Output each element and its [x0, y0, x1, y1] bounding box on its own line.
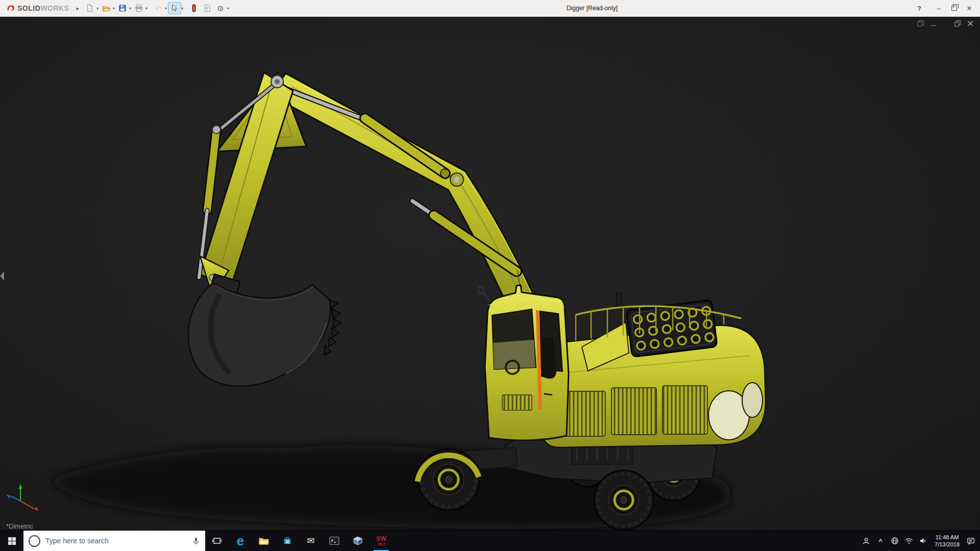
new-document-button[interactable]	[83, 2, 96, 14]
volume-icon	[919, 537, 927, 545]
options-button[interactable]: ⚙	[214, 2, 227, 14]
solidworks-part-button[interactable]	[346, 531, 370, 551]
wifi-icon	[905, 537, 913, 545]
exhaust-pipe	[617, 293, 621, 307]
solidworks-brand: SOLIDWORKS	[3, 4, 72, 13]
quick-access-toolbar: ▾ ▾ ▾ ▾ ↶ ▾	[83, 2, 230, 14]
new-document-caret[interactable]: ▾	[96, 6, 99, 11]
save-button[interactable]	[116, 2, 129, 14]
solidworks-2017-icon: SW 2017	[376, 536, 386, 546]
window-controls: ? – ✕	[912, 1, 977, 15]
people-icon	[862, 537, 870, 545]
ds-logo-icon	[6, 4, 15, 12]
graphics-viewport[interactable]: *Dimetric	[0, 16, 980, 531]
search-input[interactable]	[44, 536, 188, 545]
feature-manager-collapsed-tab[interactable]	[0, 271, 4, 281]
open-folder-icon	[102, 4, 110, 12]
view-orientation-label: *Dimetric	[6, 522, 33, 530]
clock-date: 7/13/2018	[935, 541, 960, 548]
help-button[interactable]: ?	[912, 1, 927, 15]
close-button[interactable]: ✕	[962, 1, 977, 15]
titlebar: SOLIDWORKS ▸ ▾ ▾ ▾	[0, 0, 980, 17]
restore-down-icon[interactable]	[917, 20, 924, 27]
brand-text-works: WORKS	[40, 4, 69, 12]
minimize-button[interactable]: –	[931, 1, 946, 15]
file-properties-button[interactable]	[201, 2, 214, 14]
window-title: Digger [Read-only]	[567, 5, 618, 12]
task-view-button[interactable]	[205, 531, 229, 551]
solidworks-part-cube-icon	[352, 535, 363, 546]
rear-left-wheel	[594, 470, 653, 530]
undo-icon: ↶	[155, 5, 162, 12]
restore-icon	[951, 6, 957, 11]
save-caret[interactable]: ▾	[129, 6, 131, 11]
toolbar-expand-arrow[interactable]: ▸	[72, 5, 83, 12]
store-icon	[282, 536, 292, 546]
close-doc-icon[interactable]	[967, 20, 974, 27]
action-center-button[interactable]	[964, 531, 978, 551]
print-icon	[135, 4, 143, 12]
document-window-controls	[917, 20, 974, 27]
network-globe-icon	[891, 537, 899, 545]
windows-logo-icon	[8, 537, 16, 545]
door-handle	[544, 394, 552, 395]
new-document-icon	[86, 4, 94, 12]
mirror	[479, 287, 483, 293]
digger-excavator-3d-model[interactable]	[0, 16, 980, 531]
command-prompt-button[interactable]	[323, 531, 346, 551]
command-prompt-icon	[329, 536, 339, 545]
system-tray: ^ 11:48 AM 7/13/2018	[859, 531, 980, 551]
solidworks-2017-button[interactable]: SW 2017	[370, 531, 393, 551]
clock-time: 11:48 AM	[936, 534, 959, 541]
edge-button[interactable]: e	[229, 531, 252, 551]
taskbar: e ✉ SW 2017	[0, 530, 980, 551]
store-button[interactable]	[276, 531, 299, 551]
taskbar-clock[interactable]: 11:48 AM 7/13/2018	[930, 534, 964, 548]
start-button[interactable]	[0, 531, 23, 551]
microphone-icon[interactable]	[192, 537, 200, 545]
taskbar-search-box[interactable]	[23, 531, 205, 551]
save-icon	[118, 4, 127, 12]
select-button[interactable]	[168, 2, 181, 14]
select-caret[interactable]: ▾	[181, 6, 183, 11]
tray-overflow-button[interactable]: ^	[873, 531, 888, 551]
file-explorer-button[interactable]	[252, 531, 276, 551]
select-cursor-icon	[170, 4, 179, 12]
brand-text-solid: SOLID	[17, 4, 40, 12]
chevron-up-icon: ^	[878, 538, 883, 544]
file-explorer-icon	[258, 535, 270, 546]
task-view-icon	[212, 536, 222, 546]
cortana-icon[interactable]	[29, 535, 40, 547]
mail-icon: ✉	[307, 536, 314, 545]
file-properties-icon	[203, 4, 211, 12]
rebuild-icon	[190, 4, 198, 12]
options-caret[interactable]: ▾	[227, 6, 229, 11]
people-button[interactable]	[859, 531, 873, 551]
wifi-button[interactable]	[902, 531, 916, 551]
edge-icon: e	[237, 534, 244, 547]
undo-caret[interactable]: ▾	[165, 6, 167, 11]
print-button[interactable]	[132, 2, 145, 14]
action-center-icon	[967, 537, 975, 545]
volume-button[interactable]	[916, 531, 930, 551]
network-button[interactable]	[888, 531, 902, 551]
undo-button[interactable]: ↶	[152, 2, 165, 14]
rebuild-button[interactable]	[187, 2, 201, 14]
restore-button[interactable]	[946, 1, 962, 15]
open-button[interactable]	[100, 2, 113, 14]
restore-doc-icon[interactable]	[954, 20, 961, 27]
mail-button[interactable]: ✉	[299, 531, 323, 551]
print-caret[interactable]: ▾	[145, 6, 148, 11]
options-gear-icon: ⚙	[217, 5, 224, 12]
minimize-doc-icon[interactable]	[930, 20, 937, 27]
open-caret[interactable]: ▾	[113, 6, 115, 11]
